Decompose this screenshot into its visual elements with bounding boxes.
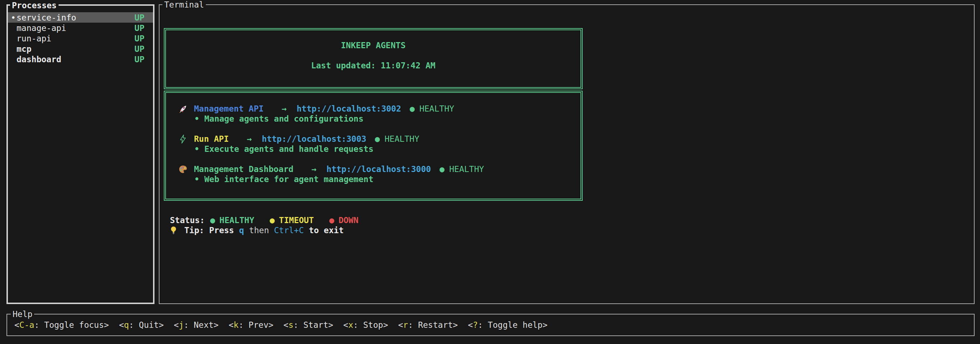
- arrow-icon: →: [247, 134, 252, 144]
- help-panel-title: Help: [11, 309, 34, 319]
- shortcut-restart[interactable]: <r: Restart>: [398, 320, 458, 330]
- shortcut-label: : Start>: [293, 320, 333, 330]
- shortcut-stop[interactable]: <x: Stop>: [344, 320, 388, 330]
- process-row-service-info[interactable]: • service-info UP: [8, 12, 153, 23]
- process-name: dashboard: [16, 54, 61, 64]
- bracket: <: [229, 320, 234, 330]
- healthy-dot-icon: ●: [210, 215, 215, 225]
- shortcut-key: ?: [473, 320, 478, 330]
- bracket: <: [14, 320, 19, 330]
- process-list: • service-info UP manage-api UP run-api …: [8, 6, 153, 64]
- processes-panel-title: Processes: [10, 0, 59, 10]
- service-url[interactable]: http://localhost:3000: [326, 164, 431, 174]
- tip-suffix: to exit: [309, 225, 344, 235]
- service-health-status: HEALTHY: [419, 104, 454, 114]
- shortcut-label: : Quit>: [129, 320, 164, 330]
- shortcut-prev[interactable]: <k: Prev>: [229, 320, 274, 330]
- row-prefix: [11, 54, 16, 64]
- shortcut-label: : Next>: [184, 320, 219, 330]
- shortcut-key: q: [124, 320, 129, 330]
- legend-entry-down: ● DOWN: [329, 215, 358, 225]
- bracket: <: [398, 320, 403, 330]
- lightning-icon: [178, 134, 188, 144]
- service-row-run-api: Run API → http://localhost:3003 ● HEALTH…: [178, 134, 581, 144]
- service-description: • Manage agents and configurations: [178, 114, 581, 124]
- row-prefix: [11, 44, 16, 54]
- shortcut-toggle-help[interactable]: <?: Toggle help>: [468, 320, 547, 330]
- process-name: run-api: [16, 34, 51, 43]
- bracket: <: [344, 320, 348, 330]
- shortcut-next[interactable]: <j: Next>: [174, 320, 219, 330]
- tip-middle: then: [249, 225, 269, 235]
- timeout-dot-icon: ●: [270, 215, 275, 225]
- tip-label: Tip: Press: [184, 225, 234, 235]
- service-row-dashboard: Management Dashboard → http://localhost:…: [178, 164, 581, 174]
- service-name: Run API: [194, 134, 229, 144]
- service-health-status: HEALTHY: [449, 164, 484, 174]
- service-description: • Web interface for agent management: [178, 174, 581, 184]
- service-description: • Execute agents and handle requests: [178, 144, 581, 154]
- row-prefix: [11, 34, 16, 43]
- process-status-badge: UP: [134, 44, 145, 54]
- legend-entry-healthy: ● HEALTHY: [210, 215, 255, 225]
- process-row-dashboard[interactable]: dashboard UP: [8, 54, 153, 64]
- legend-text: DOWN: [339, 215, 358, 225]
- health-dot-icon: ●: [375, 134, 380, 144]
- tip-line: Tip: Press q then Ctrl+C to exit: [170, 225, 344, 235]
- shortcut-label: : Restart>: [408, 320, 458, 330]
- down-dot-icon: ●: [329, 215, 334, 225]
- last-updated-text: Last updated: 11:07:42 AM: [166, 61, 581, 70]
- selected-bullet-icon: •: [11, 13, 16, 23]
- shortcut-label: : Toggle help>: [478, 320, 547, 330]
- terminal-panel: Terminal INKEEP AGENTS Last updated: 11:…: [159, 4, 975, 304]
- rocket-icon: [178, 104, 188, 114]
- service-name: Management Dashboard: [194, 164, 293, 174]
- shortcut-start[interactable]: <s: Start>: [283, 320, 333, 330]
- process-row-manage-api[interactable]: manage-api UP: [8, 23, 153, 33]
- process-status-badge: UP: [134, 34, 145, 43]
- legend-text: HEALTHY: [220, 215, 255, 225]
- shortcut-toggle-focus[interactable]: <C-a: Toggle focus>: [14, 320, 109, 330]
- shortcut-key: s: [288, 320, 293, 330]
- service-name: Management API: [194, 104, 264, 114]
- shortcut-quit[interactable]: <q: Quit>: [119, 320, 164, 330]
- agents-header-box: INKEEP AGENTS Last updated: 11:07:42 AM: [164, 28, 583, 89]
- process-status-badge: UP: [134, 23, 145, 33]
- health-dot-icon: ●: [410, 104, 415, 114]
- bracket: <: [283, 320, 288, 330]
- app-title: INKEEP AGENTS: [166, 40, 581, 50]
- service-url[interactable]: http://localhost:3003: [262, 134, 366, 144]
- bracket: <: [468, 320, 473, 330]
- service-url[interactable]: http://localhost:3002: [297, 104, 401, 114]
- processes-panel: Processes • service-info UP manage-api U…: [6, 4, 154, 304]
- arrow-icon: →: [282, 104, 287, 114]
- shortcut-key: k: [234, 320, 239, 330]
- arrow-icon: →: [312, 164, 317, 174]
- process-status-badge: UP: [134, 54, 145, 64]
- shortcut-label: : Stop>: [353, 320, 388, 330]
- process-status-badge: UP: [134, 13, 145, 23]
- tip-key-combo: Ctrl+C: [274, 225, 304, 235]
- process-name: manage-api: [16, 23, 66, 33]
- process-row-run-api[interactable]: run-api UP: [8, 33, 153, 43]
- shortcut-label: : Prev>: [239, 320, 274, 330]
- process-name: mcp: [16, 44, 32, 54]
- shortcut-label: : Toggle focus>: [34, 320, 109, 330]
- health-dot-icon: ●: [440, 164, 445, 174]
- services-box: Management API → http://localhost:3002 ●…: [164, 91, 583, 201]
- shortcut-key: x: [348, 320, 353, 330]
- row-prefix: [11, 23, 16, 33]
- help-bar: Help <C-a: Toggle focus> <q: Quit> <j: N…: [6, 314, 975, 336]
- terminal-panel-title: Terminal: [162, 0, 206, 10]
- process-name: service-info: [16, 13, 76, 23]
- bracket: <: [174, 320, 179, 330]
- status-legend-label: Status:: [170, 215, 205, 225]
- shortcut-key: j: [179, 320, 184, 330]
- status-legend: Status: ● HEALTHY ● TIMEOUT ● DOWN: [170, 215, 358, 225]
- legend-text: TIMEOUT: [279, 215, 314, 225]
- bracket: <: [119, 320, 124, 330]
- shortcut-key: C-a: [19, 320, 35, 330]
- palette-icon: [178, 165, 188, 174]
- legend-entry-timeout: ● TIMEOUT: [270, 215, 314, 225]
- process-row-mcp[interactable]: mcp UP: [8, 43, 153, 54]
